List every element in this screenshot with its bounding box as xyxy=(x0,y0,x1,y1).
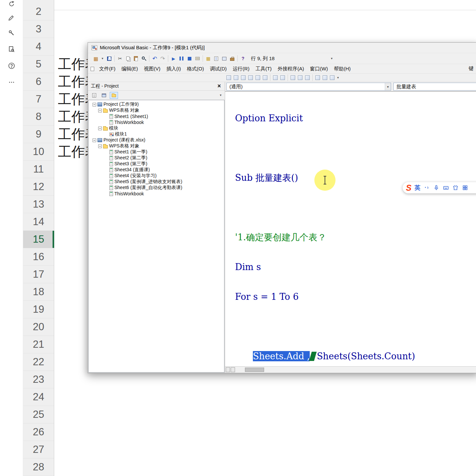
toolbox-grid-icon[interactable] xyxy=(462,184,468,191)
ime-logo[interactable]: S xyxy=(406,183,412,193)
tree-item-sheet1[interactable]: Sheet1 (Sheet1) xyxy=(89,113,224,119)
list-constants-button[interactable] xyxy=(232,74,240,81)
menu-edit[interactable]: 编辑(E) xyxy=(118,65,141,73)
tree-item-sheet4[interactable]: Sheet4 (安装与学习) xyxy=(89,173,224,179)
comment-block-button[interactable] xyxy=(289,74,297,81)
collapse-icon[interactable] xyxy=(93,139,96,142)
paste-button[interactable] xyxy=(132,54,140,63)
row-header-12[interactable]: 12 xyxy=(23,178,54,196)
skin-icon[interactable] xyxy=(452,184,459,191)
ime-language-toggle[interactable]: 英 xyxy=(415,184,420,192)
panel-options-caret-icon[interactable]: ▾ xyxy=(220,93,221,97)
tree-item-sheet5[interactable]: Sheet5 (案例课_进销收支对账表) xyxy=(89,179,224,185)
edit-toolbar-caret-icon[interactable]: ▾ xyxy=(337,76,339,79)
menu-format[interactable]: 格式(O) xyxy=(184,65,207,73)
row-header-15-selected[interactable]: 15 xyxy=(23,231,54,248)
tree-item-modules-folder[interactable]: 模块 xyxy=(89,125,224,131)
doc-search-icon[interactable] xyxy=(7,44,17,54)
row-header-2[interactable]: 2 xyxy=(23,3,54,20)
row-header-16[interactable]: 16 xyxy=(23,248,54,266)
menu-insert[interactable]: 插入(I) xyxy=(163,65,184,73)
row-header-17[interactable]: 17 xyxy=(23,266,54,283)
row-header-10[interactable]: 10 xyxy=(23,143,54,161)
collapse-icon[interactable] xyxy=(98,127,102,130)
row-header-21[interactable]: 21 xyxy=(23,336,54,353)
tree-item-sheet2-q2[interactable]: Sheet2 (第二季) xyxy=(89,155,224,161)
tree-item-project-kechengbiao[interactable]: Project (课程表.xlsx) xyxy=(89,137,224,143)
list-properties-button[interactable] xyxy=(225,74,232,81)
tree-item-module1[interactable]: 模块1 xyxy=(89,131,224,137)
procedure-dropdown[interactable]: 批量建表 xyxy=(393,83,476,91)
more-icon[interactable] xyxy=(7,77,17,87)
uncomment-block-button[interactable] xyxy=(297,74,304,81)
row-header-24[interactable]: 24 xyxy=(23,388,54,406)
split-view-button[interactable] xyxy=(226,367,230,372)
collapse-icon[interactable] xyxy=(98,109,102,112)
row-header-25[interactable]: 25 xyxy=(23,406,54,423)
view-code-button[interactable] xyxy=(90,92,98,99)
view-object-button[interactable] xyxy=(100,92,108,99)
design-mode-button[interactable] xyxy=(193,54,201,63)
next-bookmark-button[interactable] xyxy=(314,74,321,81)
row-header-14[interactable]: 14 xyxy=(23,213,54,231)
view-component-button[interactable]: ▦ xyxy=(92,54,100,63)
project-panel-header[interactable]: 工程 - Project × xyxy=(88,82,225,91)
row-header-11[interactable]: 11 xyxy=(23,161,54,178)
menu-addins[interactable]: 外接程序(A) xyxy=(275,65,307,73)
clear-bookmarks-button[interactable] xyxy=(329,74,336,81)
tree-item-wps-objects[interactable]: WPS表格 对象 xyxy=(89,143,224,149)
help-button[interactable]: ? xyxy=(239,54,247,63)
row-header-26[interactable]: 26 xyxy=(23,423,54,441)
row-header-28[interactable]: 28 xyxy=(23,458,54,476)
copy-button[interactable] xyxy=(124,54,132,63)
row-header-19[interactable]: 19 xyxy=(23,301,54,318)
previous-bookmark-button[interactable] xyxy=(321,74,329,81)
row-header-20[interactable]: 20 xyxy=(23,318,54,336)
redo-button[interactable]: ↷ xyxy=(159,54,167,63)
tree-item-sheet6[interactable]: Sheet6 (案例课_自动化考勤表课) xyxy=(89,185,224,191)
outdent-button[interactable] xyxy=(272,74,279,81)
tools-icon[interactable] xyxy=(7,28,17,38)
menu-view[interactable]: 视图(V) xyxy=(141,65,163,73)
menu-file[interactable]: 文件(F) xyxy=(96,65,118,73)
tree-item-sheet3-q3[interactable]: Sheet3 (第三季) xyxy=(89,161,224,167)
run-button[interactable]: ▶ xyxy=(170,54,178,63)
tree-item-thisworkbook[interactable]: ThisWorkbook xyxy=(89,119,224,125)
tree-item-wps-objects[interactable]: WPS表格 对象 xyxy=(89,107,224,113)
row-header-23[interactable]: 23 xyxy=(23,371,54,388)
toggle-breakpoint-button[interactable] xyxy=(279,74,286,81)
keyboard-icon[interactable] xyxy=(443,184,449,191)
tree-item-thisworkbook2[interactable]: ThisWorkbook xyxy=(89,191,224,197)
row-header-8[interactable]: 8 xyxy=(23,108,54,126)
row-header-27[interactable]: 27 xyxy=(23,441,54,458)
menu-window[interactable]: 窗口(W) xyxy=(307,65,331,73)
undo-icon[interactable] xyxy=(7,0,17,9)
row-header-13[interactable]: 13 xyxy=(23,196,54,213)
split-view-button[interactable] xyxy=(231,367,235,372)
menu-debug[interactable]: 调试(D) xyxy=(207,65,230,73)
punctuation-icon[interactable] xyxy=(423,184,430,191)
reset-button[interactable] xyxy=(185,54,193,63)
menu-help[interactable]: 帮助(H) xyxy=(331,65,354,73)
code-editor[interactable]: Option Explicit Sub 批量建表() '1.确定要创建几个表？ … xyxy=(225,91,476,366)
row-header-5[interactable]: 5 xyxy=(23,56,54,73)
undo-button[interactable]: ↶ xyxy=(151,54,159,63)
object-dropdown[interactable]: (通用) ▾ xyxy=(226,83,391,91)
menu-tools[interactable]: 工具(T) xyxy=(253,65,275,73)
save-button[interactable] xyxy=(105,54,113,63)
vba-titlebar[interactable]: Microsoft Visual Basic - 工作簿9 - [模块1 (代码… xyxy=(88,43,476,53)
mic-icon[interactable] xyxy=(433,184,440,191)
row-header-4[interactable]: 4 xyxy=(23,38,54,56)
toggle-folders-button[interactable] xyxy=(110,92,118,99)
collapse-icon[interactable] xyxy=(98,144,102,148)
help-icon[interactable] xyxy=(7,61,17,71)
cut-button[interactable]: ✂ xyxy=(116,54,124,63)
toggle-bookmark-button[interactable] xyxy=(304,74,311,81)
toolbar-options-caret-icon[interactable]: ▾ xyxy=(331,57,333,60)
close-icon[interactable]: × xyxy=(215,83,223,90)
row-header-7[interactable]: 7 xyxy=(23,91,54,108)
row-header-18[interactable]: 18 xyxy=(23,283,54,301)
tree-item-project-workbook9[interactable]: Project (工作簿9) xyxy=(89,101,224,107)
find-button[interactable] xyxy=(140,54,148,63)
object-browser-button[interactable] xyxy=(220,54,228,63)
